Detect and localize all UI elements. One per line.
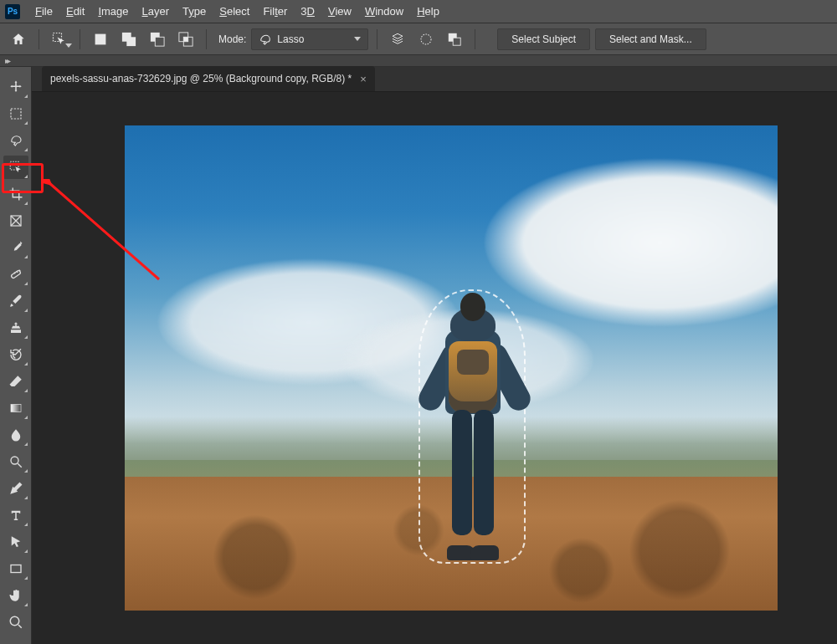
gradient-tool[interactable]: [3, 396, 28, 420]
frame-tool[interactable]: [3, 209, 28, 233]
select-subject-button[interactable]: Select Subject: [497, 28, 590, 50]
svg-rect-15: [10, 270, 20, 279]
svg-rect-16: [11, 405, 21, 412]
crop-tool[interactable]: [3, 182, 28, 206]
mode-value: Lasso: [277, 33, 304, 45]
mode-label: Mode:: [218, 33, 246, 45]
eraser-tool[interactable]: [3, 370, 28, 393]
menu-select[interactable]: Select: [213, 2, 256, 21]
history-brush-tool[interactable]: [3, 343, 28, 366]
document-tab-bar: pexels-sassu-anas-732629.jpg @ 25% (Back…: [32, 67, 837, 92]
marquee-tool[interactable]: [3, 102, 28, 125]
menu-help[interactable]: Help: [410, 2, 446, 21]
brush-tool[interactable]: [3, 289, 28, 313]
menu-filter[interactable]: Filter: [256, 2, 294, 21]
intersect-selection-button[interactable]: [174, 28, 198, 51]
svg-rect-11: [454, 38, 461, 45]
menu-image[interactable]: Image: [91, 2, 135, 21]
canvas-viewport[interactable]: [32, 92, 837, 644]
eyedropper-tool[interactable]: [3, 236, 28, 259]
select-and-mask-button[interactable]: Select and Mask...: [595, 28, 706, 50]
path-selection-tool[interactable]: [3, 530, 28, 554]
toolbar: [1, 72, 31, 634]
object-selection-tool[interactable]: [3, 156, 28, 179]
mode-dropdown[interactable]: Lasso: [251, 28, 368, 50]
options-bar: Mode: Lasso Select Subject Select and Ma…: [0, 23, 837, 55]
svg-point-9: [421, 34, 431, 44]
svg-rect-18: [11, 565, 21, 573]
divider: [206, 29, 207, 49]
document-tab-title: pexels-sassu-anas-732629.jpg @ 25% (Back…: [50, 73, 352, 84]
menubar: Ps File Edit Image Layer Type Select Fil…: [0, 0, 837, 23]
app-logo: Ps: [5, 4, 20, 19]
blur-tool[interactable]: [3, 423, 28, 447]
svg-rect-5: [155, 37, 164, 46]
svg-point-19: [10, 616, 19, 626]
dodge-tool[interactable]: [3, 450, 28, 473]
divider: [80, 29, 80, 49]
move-tool[interactable]: [3, 75, 28, 99]
rectangle-tool[interactable]: [3, 557, 28, 580]
menu-window[interactable]: Window: [358, 2, 410, 21]
new-selection-button[interactable]: [89, 28, 112, 51]
divider: [377, 29, 377, 49]
add-to-selection-button[interactable]: [117, 28, 141, 51]
clone-stamp-tool[interactable]: [3, 316, 28, 340]
chevron-down-icon: [65, 43, 72, 48]
zoom-tool[interactable]: [3, 611, 28, 634]
document-area: pexels-sassu-anas-732629.jpg @ 25% (Back…: [32, 67, 837, 644]
lasso-tool[interactable]: [3, 129, 28, 152]
menu-type[interactable]: Type: [176, 2, 213, 21]
canvas[interactable]: [125, 125, 778, 611]
menu-layer[interactable]: Layer: [136, 2, 177, 21]
divider: [475, 29, 475, 49]
main-area: pexels-sassu-anas-732629.jpg @ 25% (Back…: [0, 67, 837, 644]
tool-preset-picker[interactable]: [48, 28, 71, 51]
menu-edit[interactable]: Edit: [59, 2, 91, 21]
menu-view[interactable]: View: [321, 2, 358, 21]
divider: [39, 29, 39, 49]
panel-collapse-strip[interactable]: ▸▸: [0, 55, 837, 67]
close-icon[interactable]: ×: [360, 73, 367, 85]
healing-brush-tool[interactable]: [3, 263, 28, 286]
pen-tool[interactable]: [3, 477, 28, 500]
object-subtract-button[interactable]: [443, 28, 466, 51]
document-tab[interactable]: pexels-sassu-anas-732629.jpg @ 25% (Back…: [42, 66, 375, 91]
subtract-from-selection-button[interactable]: [146, 28, 169, 51]
svg-point-17: [11, 457, 18, 464]
chevron-down-icon: [354, 37, 361, 41]
svg-rect-12: [11, 109, 21, 119]
type-tool[interactable]: [3, 503, 28, 527]
menu-file[interactable]: File: [28, 2, 59, 21]
menu-3d[interactable]: 3D: [294, 2, 321, 21]
svg-rect-3: [126, 37, 136, 46]
sample-all-layers-button[interactable]: [386, 28, 409, 51]
image-subject-person: [422, 293, 522, 560]
svg-rect-1: [95, 33, 106, 44]
left-sidebar: [0, 67, 32, 644]
expand-panels-icon: ▸▸: [5, 56, 8, 65]
enhance-edge-button[interactable]: [414, 28, 438, 51]
home-button[interactable]: [7, 28, 30, 51]
svg-rect-8: [183, 37, 187, 41]
hand-tool[interactable]: [3, 584, 28, 607]
